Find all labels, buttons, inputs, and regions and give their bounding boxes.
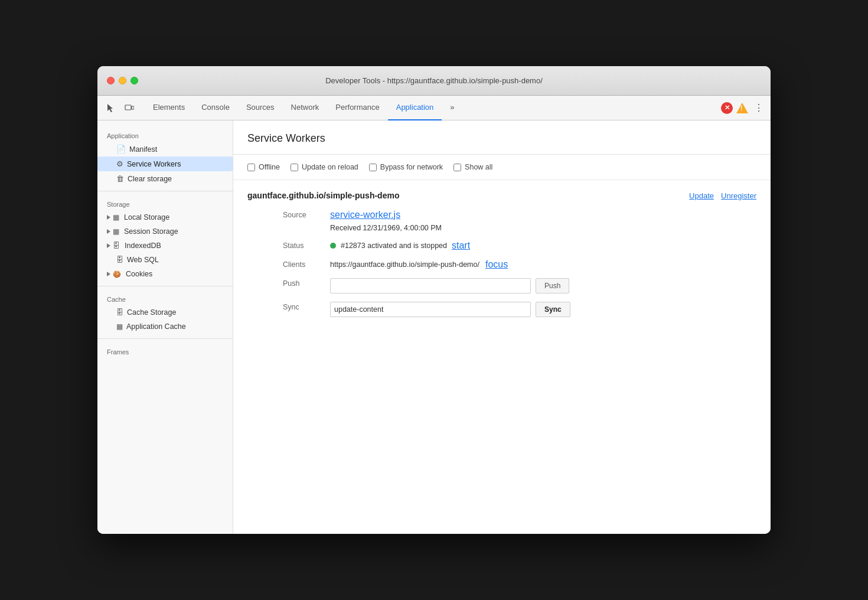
- toolbar-right: ✕ ⋮: [721, 101, 766, 115]
- sidebar-item-session-storage[interactable]: ▦ Session Storage: [97, 224, 233, 239]
- push-label: Push: [283, 278, 330, 294]
- tab-more[interactable]: »: [442, 96, 462, 120]
- source-link[interactable]: service-worker.js: [330, 210, 756, 220]
- sidebar-item-manifest[interactable]: 📄 Manifest: [97, 142, 233, 156]
- source-value-block: service-worker.js Received 12/31/1969, 4…: [330, 210, 756, 232]
- source-label: Source: [283, 210, 330, 232]
- device-icon: [125, 103, 134, 113]
- options-row: Offline Update on reload Bypass for netw…: [233, 155, 771, 180]
- clients-label: Clients: [283, 259, 330, 270]
- tab-network[interactable]: Network: [283, 96, 328, 120]
- sidebar-item-cache-storage[interactable]: 🗄 Cache Storage: [97, 305, 233, 319]
- divider-1: [97, 191, 233, 191]
- indexeddb-icon: 🗄: [113, 242, 120, 250]
- manifest-icon: 📄: [116, 145, 126, 154]
- frames-section-header: Frames: [97, 344, 233, 358]
- sidebar: Application 📄 Manifest ⚙ Service Workers…: [97, 120, 233, 534]
- sidebar-item-app-cache[interactable]: ▦ Application Cache: [97, 319, 233, 334]
- session-storage-icon: ▦: [113, 227, 119, 236]
- clients-value-row: https://gauntface.github.io/simple-push-…: [330, 259, 756, 270]
- device-icon-btn[interactable]: [121, 100, 138, 116]
- update-on-reload-label[interactable]: Update on reload: [291, 163, 358, 171]
- triangle-cookies: [107, 272, 110, 276]
- sidebar-item-clear-storage[interactable]: 🗑 Clear storage: [97, 171, 233, 186]
- focus-link[interactable]: focus: [485, 259, 508, 270]
- bypass-for-network-label[interactable]: Bypass for network: [369, 163, 443, 171]
- titlebar: Developer Tools - https://gauntface.gith…: [97, 66, 771, 96]
- sidebar-item-local-storage[interactable]: ▦ Local Storage: [97, 210, 233, 224]
- main-heading-area: Service Workers: [233, 120, 771, 155]
- update-link[interactable]: Update: [689, 191, 714, 200]
- triangle-indexeddb: [107, 243, 110, 248]
- sync-row: update-content Sync: [330, 302, 756, 317]
- unregister-link[interactable]: Unregister: [721, 191, 756, 200]
- divider-2: [97, 286, 233, 286]
- sidebar-item-service-workers[interactable]: ⚙ Service Workers: [97, 156, 233, 171]
- main-content: Service Workers Offline Update on reload…: [233, 120, 771, 534]
- devtools-window: Developer Tools - https://gauntface.gith…: [97, 66, 771, 534]
- nav-tabs: Elements Console Sources Network Perform…: [145, 96, 721, 120]
- cursor-icon-btn[interactable]: [102, 100, 119, 116]
- sw-origin-row: gauntface.github.io/simple-push-demo Upd…: [247, 191, 756, 200]
- app-cache-icon: ▦: [116, 322, 123, 331]
- cookies-icon: 🍪: [113, 270, 121, 278]
- clients-url: https://gauntface.github.io/simple-push-…: [330, 260, 479, 269]
- triangle-session-storage: [107, 229, 110, 234]
- storage-section-header: Storage: [97, 196, 233, 210]
- toolbar: Elements Console Sources Network Perform…: [97, 96, 771, 120]
- tab-sources[interactable]: Sources: [238, 96, 283, 120]
- sw-details-grid: Source service-worker.js Received 12/31/…: [247, 210, 756, 317]
- traffic-lights: [107, 77, 138, 84]
- received-text: Received 12/31/1969, 4:00:00 PM: [330, 224, 756, 232]
- show-all-label[interactable]: Show all: [453, 163, 492, 171]
- web-sql-icon: 🗄: [116, 256, 123, 264]
- status-dot: [330, 243, 336, 249]
- triangle-local-storage: [107, 215, 110, 220]
- push-button[interactable]: Push: [536, 278, 569, 294]
- status-text: #12873 activated and is stopped: [341, 242, 447, 250]
- push-input[interactable]: [330, 278, 531, 294]
- status-value-row: #12873 activated and is stopped start: [330, 240, 756, 251]
- maximize-button[interactable]: [130, 77, 138, 84]
- bypass-for-network-checkbox[interactable]: [369, 164, 377, 171]
- start-link[interactable]: start: [452, 240, 470, 251]
- tab-application[interactable]: Application: [388, 96, 442, 120]
- sync-label: Sync: [283, 302, 330, 317]
- trash-icon: 🗑: [116, 174, 124, 183]
- cache-storage-icon: 🗄: [116, 308, 123, 317]
- tab-performance[interactable]: Performance: [327, 96, 387, 120]
- sidebar-item-web-sql[interactable]: 🗄 Web SQL: [97, 253, 233, 267]
- show-all-checkbox[interactable]: [453, 164, 461, 171]
- toolbar-icons: [102, 100, 138, 116]
- content-area: Application 📄 Manifest ⚙ Service Workers…: [97, 120, 771, 534]
- local-storage-icon: ▦: [113, 213, 119, 221]
- offline-checkbox-label[interactable]: Offline: [247, 163, 280, 171]
- gear-icon: ⚙: [116, 159, 123, 168]
- sync-button[interactable]: Sync: [536, 302, 570, 317]
- tab-elements[interactable]: Elements: [145, 96, 193, 120]
- more-menu-button[interactable]: ⋮: [752, 101, 766, 115]
- warning-icon: [736, 103, 748, 113]
- sidebar-item-cookies[interactable]: 🍪 Cookies: [97, 267, 233, 281]
- sw-origin-name: gauntface.github.io/simple-push-demo: [247, 191, 399, 200]
- sync-input[interactable]: update-content: [330, 302, 531, 317]
- update-on-reload-checkbox[interactable]: [291, 164, 298, 171]
- cache-section-header: Cache: [97, 291, 233, 305]
- status-label: Status: [283, 240, 330, 251]
- close-button[interactable]: [107, 77, 115, 84]
- minimize-button[interactable]: [119, 77, 126, 84]
- svg-rect-0: [125, 105, 131, 110]
- svg-rect-1: [132, 106, 134, 109]
- divider-3: [97, 338, 233, 339]
- push-row: Push: [330, 278, 756, 294]
- cursor-icon: [106, 103, 115, 113]
- page-title: Service Workers: [247, 132, 756, 145]
- offline-checkbox[interactable]: [247, 164, 255, 171]
- error-icon: ✕: [721, 102, 733, 114]
- sw-section: gauntface.github.io/simple-push-demo Upd…: [233, 180, 771, 328]
- window-title: Developer Tools - https://gauntface.gith…: [325, 76, 543, 85]
- sw-action-links: Update Unregister: [689, 191, 756, 200]
- sidebar-item-indexeddb[interactable]: 🗄 IndexedDB: [97, 239, 233, 253]
- tab-console[interactable]: Console: [193, 96, 238, 120]
- app-section-header: Application: [97, 128, 233, 142]
